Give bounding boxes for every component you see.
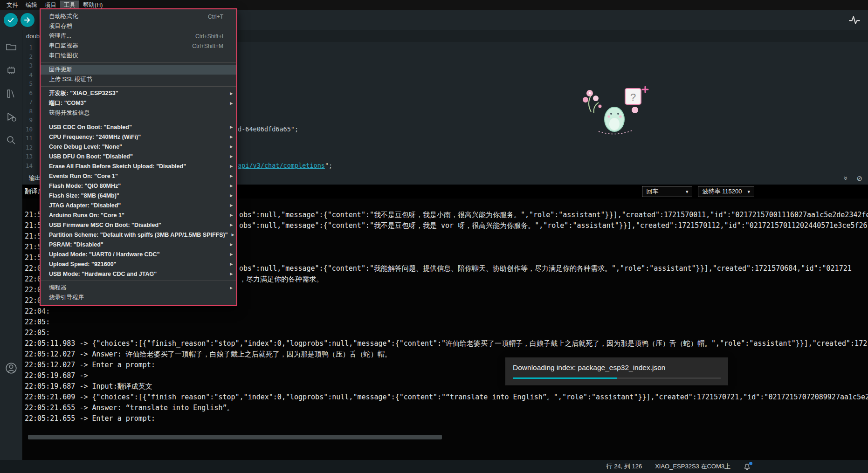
- console-line: 22:05:: [25, 317, 868, 328]
- baud-rate-value: 波特率 115200: [702, 187, 742, 196]
- menu-item[interactable]: Core Debug Level: "None"▸: [41, 142, 236, 151]
- menu-item[interactable]: 串口绘图仪: [41, 51, 236, 61]
- submenu-arrow-icon: ▸: [229, 212, 233, 218]
- baud-rate-select[interactable]: 波特率 115200 ▾: [698, 186, 754, 197]
- collapse-panel-icon[interactable]: »: [843, 176, 850, 180]
- sticker-question-mark: ?: [630, 91, 636, 103]
- menu-item[interactable]: Erase All Flash Before Sketch Upload: "D…: [41, 161, 236, 171]
- line-number: 8: [22, 108, 38, 115]
- chevron-down-icon: ▾: [747, 189, 750, 195]
- submenu-arrow-icon: ▸: [229, 163, 233, 169]
- submenu-arrow-icon: ▸: [229, 251, 233, 257]
- activity-bar: [0, 30, 22, 460]
- menu-item[interactable]: Upload Mode: "UART0 / Hardware CDC"▸: [41, 249, 236, 259]
- sidebar-item-sketchbook[interactable]: [0, 35, 22, 59]
- menu-item[interactable]: Flash Mode: "QIO 80MHz"▸: [41, 181, 236, 191]
- menu-item[interactable]: Flash Size: "8MB (64Mb)"▸: [41, 191, 236, 200]
- horizontal-scrollbar[interactable]: [28, 435, 442, 439]
- folder-icon: [5, 41, 17, 53]
- submenu-arrow-icon: ▸: [229, 183, 233, 189]
- waveform-icon: [848, 14, 861, 26]
- debug-icon: [5, 111, 17, 123]
- console-line: 22:05:12.027 -> Enter a prompt:: [25, 360, 868, 370]
- notifications-bell-icon[interactable]: [744, 463, 751, 470]
- menu-separator: [41, 86, 236, 87]
- menu-item[interactable]: Events Run On: "Core 1"▸: [41, 171, 236, 181]
- cursor-position: 行 24, 列 126: [606, 462, 642, 471]
- console-line: 22:05:12.027 -> Answer: 许仙给老婆买了一顶帽子，白娘子戴…: [25, 349, 868, 360]
- notification-dot: [749, 462, 752, 465]
- clear-output-icon[interactable]: ⊘: [856, 175, 862, 182]
- menu-item[interactable]: 自动格式化Ctrl+T: [41, 12, 236, 21]
- line-number: 11: [22, 135, 38, 142]
- submenu-arrow-icon: ▸: [229, 261, 233, 267]
- menu-item[interactable]: 端口: "COM3"▸: [41, 98, 236, 108]
- menu-item[interactable]: Upload Speed: "921600"▸: [41, 259, 236, 269]
- submenu-arrow-icon: ▸: [229, 173, 233, 179]
- sidebar-item-library-manager[interactable]: [0, 82, 22, 105]
- console-line: 22:04:: [25, 306, 868, 317]
- menu-item[interactable]: USB Firmware MSC On Boot: "Disabled"▸: [41, 220, 236, 230]
- console-line: 22:05:19.687 ->: [25, 370, 868, 381]
- download-progress-bar: [513, 377, 721, 379]
- books-icon: [5, 88, 17, 100]
- submenu-arrow-icon: ▸: [229, 241, 233, 247]
- line-number: 13: [22, 153, 38, 160]
- submenu-arrow-icon: ▸: [229, 144, 233, 150]
- menu-item[interactable]: USB DFU On Boot: "Disabled"▸: [41, 151, 236, 161]
- console-line: 22:05:21.655 -> Enter a prompt:: [25, 413, 868, 424]
- submenu-arrow-icon: ▸: [229, 124, 233, 130]
- sidebar-item-search[interactable]: [0, 129, 22, 152]
- submenu-arrow-icon: ▸: [229, 271, 233, 277]
- menu-item[interactable]: 固件更新: [41, 65, 236, 75]
- line-number: 5: [22, 80, 38, 87]
- menu-item[interactable]: 开发板: "XIAO_ESP32S3"▸: [41, 89, 236, 98]
- line-number: 4: [22, 71, 38, 78]
- submenu-arrow-icon: ▸: [232, 232, 234, 238]
- menu-item[interactable]: Partition Scheme: "Default with spiffs (…: [41, 230, 236, 240]
- menu-item[interactable]: PSRAM: "Disabled"▸: [41, 240, 236, 249]
- menu-item[interactable]: 获得开发板信息: [41, 108, 236, 118]
- line-ending-select[interactable]: 回车 ▾: [642, 186, 692, 197]
- console-line: 22:05:: [25, 328, 868, 338]
- menu-item[interactable]: JTAG Adapter: "Disabled"▸: [41, 200, 236, 210]
- download-notification: Downloading index: package_esp32_index.j…: [505, 357, 728, 385]
- console-line: 22:05:21.655 -> Answer: “translate into …: [25, 403, 868, 413]
- menubar-item[interactable]: 编辑: [22, 0, 41, 10]
- line-number: 14: [22, 162, 38, 169]
- menu-item[interactable]: USB CDC On Boot: "Enabled"▸: [41, 122, 236, 132]
- line-number: 9: [22, 117, 38, 123]
- sidebar-item-boards-manager[interactable]: [0, 59, 22, 82]
- console-line: 22:05:11.983 -> {"choices":[{"finish_rea…: [25, 338, 868, 349]
- submenu-arrow-icon: ▸: [229, 192, 233, 199]
- menu-item[interactable]: Arduino Runs On: "Core 1"▸: [41, 210, 236, 220]
- menu-item[interactable]: CPU Frequency: "240MHz (WiFi)"▸: [41, 132, 236, 142]
- right-arrow-icon: [23, 16, 32, 24]
- menu-item[interactable]: 管理库...Ctrl+Shift+I: [41, 31, 236, 41]
- download-progress-fill: [513, 377, 617, 379]
- menu-item[interactable]: 串口监视器Ctrl+Shift+M: [41, 41, 236, 51]
- sidebar-item-debug[interactable]: [0, 105, 22, 129]
- verify-button[interactable]: [4, 13, 18, 27]
- menu-item[interactable]: 项目存档: [41, 21, 236, 31]
- board-port-status[interactable]: XIAO_ESP32S3 在COM3上: [655, 462, 730, 471]
- menu-item[interactable]: USB Mode: "Hardware CDC and JTAG"▸: [41, 269, 236, 279]
- upload-button[interactable]: [21, 13, 34, 27]
- menu-item[interactable]: 上传 SSL 根证书: [41, 75, 236, 84]
- menu-item[interactable]: 烧录引导程序: [41, 293, 236, 302]
- line-number: 7: [22, 98, 38, 105]
- submenu-arrow-icon: ▸: [229, 285, 233, 291]
- console-line: 22:05:21.609 -> {"choices":[{"finish_rea…: [25, 392, 868, 403]
- menu-separator: [41, 120, 236, 120]
- serial-plotter-icon[interactable]: [848, 14, 861, 26]
- arduino-ide-window: 文件编辑项目工具帮助(H): [0, 0, 868, 473]
- account-button[interactable]: [0, 356, 22, 380]
- menu-separator: [41, 281, 236, 281]
- submenu-arrow-icon: ▸: [229, 134, 233, 140]
- status-bar: 行 24, 列 126 XIAO_ESP32S3 在COM3上: [0, 460, 868, 473]
- check-icon: [7, 16, 15, 24]
- menu-item[interactable]: 编程器▸: [41, 283, 236, 293]
- submenu-arrow-icon: ▸: [229, 202, 233, 208]
- menubar-item[interactable]: 文件: [3, 0, 22, 10]
- chevron-down-icon: ▾: [686, 189, 689, 195]
